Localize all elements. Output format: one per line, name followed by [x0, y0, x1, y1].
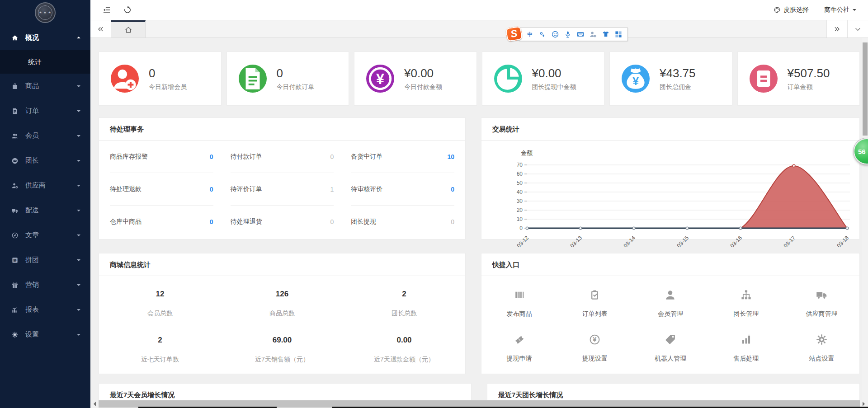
mic-icon[interactable]	[564, 30, 572, 38]
quick-entry-提现申请[interactable]: 提现申请	[481, 333, 557, 363]
sidebar-item-0[interactable]: 概况	[0, 25, 90, 50]
sidebar-item-label: 配送	[25, 206, 77, 215]
sidebar-item-7[interactable]: 文章	[0, 223, 90, 248]
sidebar-item-5[interactable]: 供应商	[0, 173, 90, 198]
tab-home[interactable]	[111, 20, 146, 38]
toolbox-icon[interactable]	[614, 30, 623, 38]
tag-icon	[664, 333, 676, 346]
sidebar-item-1[interactable]: 商品	[0, 74, 90, 98]
pending-item-value[interactable]: 0	[210, 153, 213, 160]
pending-item-label: 备货中订单	[351, 153, 382, 161]
svg-text:03-18: 03-18	[836, 234, 850, 247]
header-right: 皮肤选择 窝牛公社	[774, 6, 868, 14]
barcode-icon	[513, 289, 525, 301]
stat-card-1: 0今日付款订单	[226, 52, 349, 106]
sidebar: ★ ★ ★ 概况统计商品订单会员团长供应商配送文章拼拼团营销报表设置	[0, 0, 90, 408]
sidebar-item-label: 概况	[25, 33, 77, 42]
pending-item-value[interactable]: 0	[451, 186, 454, 193]
quick-entry-机器人管理[interactable]: 机器人管理	[632, 333, 708, 363]
sidebar-item-9[interactable]: 营销	[0, 272, 90, 297]
sidebar-item-8[interactable]: 拼拼团	[0, 248, 90, 272]
pending-item-value[interactable]: 10	[447, 153, 454, 160]
sidebar-subitem-统计[interactable]: 统计	[0, 50, 90, 74]
svg-text:03-13: 03-13	[569, 234, 584, 247]
quick-entry-label: 发布商品	[481, 310, 557, 318]
keyboard-icon[interactable]	[576, 30, 585, 38]
quick-entry-订单列表[interactable]: 订单列表	[557, 289, 632, 318]
quick-entry-供应商管理[interactable]: 供应商管理	[784, 289, 859, 318]
pending-item-value[interactable]: 0	[210, 218, 213, 225]
chinese-mode-icon[interactable]: 中	[526, 30, 534, 38]
sidebar-item-label: 文章	[25, 231, 77, 239]
house-icon	[124, 26, 132, 34]
mall-stat-value: 2	[99, 336, 221, 345]
stat-card-value: ¥0.00	[532, 66, 576, 80]
sidebar-item-4[interactable]: 团长	[0, 148, 90, 173]
quick-entry-会员管理[interactable]: 会员管理	[632, 289, 708, 318]
emoji-icon[interactable]	[551, 30, 559, 38]
quick-entry-label: 站点设置	[784, 355, 859, 363]
bag-icon	[11, 83, 19, 90]
svg-text:03-17: 03-17	[783, 234, 797, 247]
sogou-logo[interactable]: S	[505, 26, 523, 42]
refresh-icon[interactable]	[123, 5, 132, 14]
chevron-down-icon	[853, 9, 856, 13]
account-dropdown[interactable]: 窝牛公社	[824, 6, 856, 14]
compass-icon	[11, 232, 19, 239]
pending-item-8: 团长提现0	[351, 206, 454, 238]
collapse-tabs-button[interactable]	[90, 20, 111, 38]
svg-text:¥: ¥	[593, 336, 597, 343]
mall-stat-1: 126商品总数	[221, 290, 343, 318]
svg-text:¥: ¥	[632, 75, 639, 87]
stat-card-3: ¥0.00团长提现中金额	[482, 52, 605, 106]
sidebar-item-6[interactable]: 配送	[0, 198, 90, 223]
svg-text:0: 0	[519, 225, 523, 231]
vertical-scrollbar-thumb[interactable]	[863, 42, 868, 136]
pending-item-2: 备货中订单10	[351, 141, 454, 173]
scroll-left-arrow-icon[interactable]	[90, 400, 99, 408]
sidebar-item-label: 商品	[25, 82, 77, 90]
stat-card-value: ¥507.50	[788, 66, 830, 80]
panel-title: 快捷入口	[481, 253, 859, 276]
member-icon	[664, 289, 676, 301]
quick-entry-售后处理[interactable]: 售后处理	[708, 333, 784, 363]
pending-item-label: 待评价订单	[231, 185, 262, 193]
caret-down-icon	[77, 334, 80, 338]
supplier-icon	[11, 182, 19, 189]
quick-entry-提现设置[interactable]: ¥提现设置	[557, 333, 632, 363]
document-icon	[11, 108, 19, 115]
pending-item-label: 商品库存报警	[110, 153, 148, 161]
quick-entry-团长管理[interactable]: 团长管理	[708, 289, 784, 318]
caret-down-icon	[77, 309, 80, 313]
tab-bar	[90, 20, 868, 38]
skin-icon[interactable]	[602, 30, 610, 38]
svg-text:03-14: 03-14	[623, 234, 637, 247]
quick-entry-站点设置[interactable]: 站点设置	[784, 333, 859, 363]
file-text-icon	[239, 65, 267, 93]
quick-entry-label: 提现设置	[557, 355, 632, 363]
pending-tasks-grid: 商品库存报警0待付款订单0备货中订单10待处理退款0待评价订单1待审核评价0仓库…	[99, 141, 465, 238]
passthrough-icon[interactable]	[589, 30, 597, 38]
punctuation-icon[interactable]	[538, 30, 547, 38]
sidebar-item-11[interactable]: 设置	[0, 322, 90, 347]
quick-entry-发布商品[interactable]: 发布商品	[481, 289, 557, 318]
svg-text:金额: 金额	[521, 150, 533, 156]
quick-entry-label: 机器人管理	[632, 355, 708, 363]
mall-stat-value: 126	[221, 290, 343, 299]
mall-stats-grid: 12会员总数126商品总数2团长总数2近七天订单数69.00近7天销售额（元）0…	[99, 276, 465, 364]
skin-select-button[interactable]: 皮肤选择	[774, 6, 809, 14]
stat-card-label: 团长提现中金额	[532, 83, 576, 91]
sidebar-item-2[interactable]: 订单	[0, 98, 90, 123]
sidebar-item-10[interactable]: 报表	[0, 297, 90, 322]
expand-tabs-button[interactable]	[826, 20, 847, 38]
tab-menu-button[interactable]	[847, 20, 868, 38]
sidebar-item-3[interactable]: 会员	[0, 123, 90, 148]
sidebar-toggle-icon[interactable]	[102, 5, 111, 14]
mall-stat-value: 12	[99, 290, 221, 299]
vertical-scrollbar[interactable]	[862, 38, 868, 400]
svg-text:40: 40	[517, 189, 523, 195]
app-logo: ★ ★ ★	[0, 0, 90, 25]
mall-stat-label: 近7天销售额（元）	[221, 356, 343, 364]
pending-item-value[interactable]: 0	[210, 186, 213, 193]
quick-entry-label: 提现申请	[481, 355, 557, 363]
